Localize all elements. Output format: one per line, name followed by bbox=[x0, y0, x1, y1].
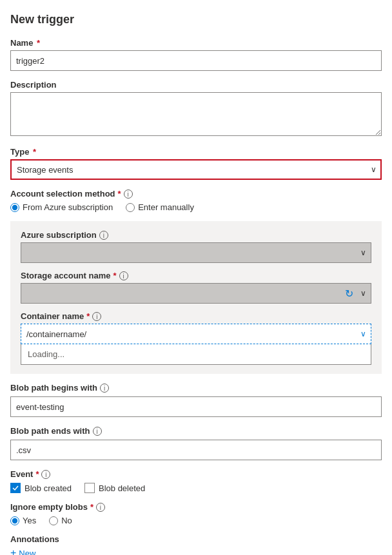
container-name-info-icon[interactable]: i bbox=[92, 312, 101, 321]
azure-subscription-group: Azure subscription i ∨ bbox=[21, 230, 371, 263]
account-selection-radio-group: From Azure subscription Enter manually bbox=[10, 202, 382, 212]
container-name-select-wrapper: ∨ bbox=[21, 324, 371, 344]
event-checkbox-group: Blob created Blob deleted bbox=[10, 483, 382, 493]
description-label: Description bbox=[10, 80, 382, 90]
type-label: Type * bbox=[10, 147, 382, 157]
blob-created-option[interactable]: Blob created bbox=[10, 483, 72, 493]
event-field-group: Event * i Blob created Blob deleted bbox=[10, 469, 382, 493]
container-name-input[interactable] bbox=[21, 324, 371, 344]
radio-from-azure-label: From Azure subscription bbox=[23, 202, 113, 212]
radio-no-input[interactable] bbox=[49, 516, 58, 525]
blob-path-ends-label: Blob path ends with bbox=[10, 426, 90, 436]
ignore-empty-blobs-info-icon[interactable]: i bbox=[96, 503, 105, 512]
type-select[interactable]: Storage events Schedule Tumbling window … bbox=[10, 159, 382, 180]
plus-icon: + bbox=[10, 548, 16, 555]
description-input[interactable] bbox=[10, 92, 382, 136]
checkmark-icon bbox=[12, 485, 19, 491]
blob-path-begins-info-icon[interactable]: i bbox=[100, 384, 109, 393]
sub-panel: Azure subscription i ∨ Storage account n… bbox=[10, 221, 382, 374]
radio-yes-input[interactable] bbox=[10, 516, 19, 525]
storage-account-label: Storage account name bbox=[21, 271, 110, 280]
storage-account-select-wrapper: ↻ ∨ bbox=[21, 283, 371, 304]
ignore-empty-blobs-label: Ignore empty blobs bbox=[10, 502, 88, 512]
radio-enter-manually-input[interactable] bbox=[126, 203, 135, 212]
container-dropdown-loading: Loading... bbox=[21, 344, 371, 365]
radio-yes[interactable]: Yes bbox=[10, 516, 36, 525]
radio-from-azure-input[interactable] bbox=[10, 203, 19, 212]
container-name-label: Container name bbox=[21, 311, 84, 321]
blob-path-ends-input[interactable] bbox=[10, 440, 382, 460]
add-annotation-button[interactable]: + New bbox=[10, 548, 35, 555]
blob-path-begins-input[interactable] bbox=[10, 396, 382, 417]
blob-created-label: Blob created bbox=[24, 483, 72, 493]
azure-subscription-select-wrapper: ∨ bbox=[21, 242, 371, 263]
annotations-label: Annotations bbox=[10, 534, 59, 544]
radio-yes-label: Yes bbox=[23, 516, 36, 525]
radio-enter-manually-label: Enter manually bbox=[138, 202, 194, 212]
blob-deleted-checkbox-icon bbox=[84, 483, 95, 493]
blob-path-begins-label: Blob path begins with bbox=[10, 383, 97, 393]
type-field-group: Type * Storage events Schedule Tumbling … bbox=[10, 147, 382, 180]
radio-from-azure[interactable]: From Azure subscription bbox=[10, 202, 113, 212]
ignore-empty-blobs-group: Ignore empty blobs * i Yes No bbox=[10, 502, 382, 525]
account-selection-method-group: Account selection method * i From Azure … bbox=[10, 189, 382, 212]
container-name-group: Container name * i ∨ Loading... bbox=[21, 311, 371, 365]
blob-deleted-label: Blob deleted bbox=[99, 483, 145, 493]
description-field-group: Description bbox=[10, 80, 382, 138]
blob-deleted-option[interactable]: Blob deleted bbox=[84, 483, 145, 493]
radio-enter-manually[interactable]: Enter manually bbox=[126, 202, 194, 212]
radio-no[interactable]: No bbox=[49, 516, 72, 525]
annotations-group: Annotations + New bbox=[10, 534, 382, 555]
name-input[interactable] bbox=[10, 50, 382, 71]
event-label: Event bbox=[10, 469, 33, 479]
azure-subscription-label: Azure subscription bbox=[21, 230, 97, 240]
storage-account-group: Storage account name * i ↻ ∨ bbox=[21, 271, 371, 304]
azure-subscription-info-icon[interactable]: i bbox=[99, 231, 108, 240]
account-selection-info-icon[interactable]: i bbox=[124, 190, 133, 199]
blob-path-ends-group: Blob path ends with i bbox=[10, 426, 382, 460]
ignore-empty-blobs-radio-group: Yes No bbox=[10, 516, 382, 525]
name-label: Name * bbox=[10, 38, 382, 48]
event-info-icon[interactable]: i bbox=[41, 470, 50, 479]
add-annotation-label: New bbox=[19, 549, 35, 556]
page-title: New trigger bbox=[10, 13, 382, 26]
azure-subscription-select[interactable] bbox=[21, 242, 371, 263]
storage-account-select[interactable] bbox=[21, 283, 371, 304]
storage-account-info-icon[interactable]: i bbox=[119, 271, 128, 280]
blob-path-begins-group: Blob path begins with i bbox=[10, 383, 382, 417]
radio-no-label: No bbox=[61, 516, 72, 525]
account-selection-label: Account selection method bbox=[10, 189, 115, 199]
name-field-group: Name * bbox=[10, 38, 382, 71]
blob-created-checkbox-icon bbox=[10, 483, 21, 493]
blob-path-ends-info-icon[interactable]: i bbox=[93, 427, 102, 436]
type-select-wrapper: Storage events Schedule Tumbling window … bbox=[10, 159, 382, 180]
